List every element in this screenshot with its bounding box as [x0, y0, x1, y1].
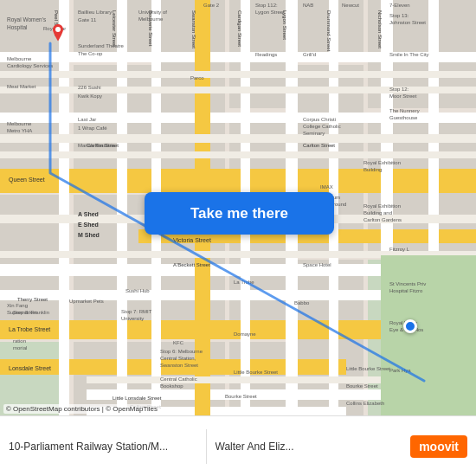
svg-text:Stop 6: Melbourne: Stop 6: Melbourne: [160, 349, 203, 354]
svg-text:Upmarket Pets: Upmarket Pets: [69, 299, 104, 304]
svg-rect-56: [0, 71, 476, 78]
svg-text:Lonsdale Street: Lonsdale Street: [9, 365, 51, 371]
svg-text:Little Lonsdale Street: Little Lonsdale Street: [113, 396, 162, 401]
svg-text:Sushi Hub: Sushi Hub: [125, 288, 150, 293]
svg-rect-47: [59, 0, 69, 415]
destination-marker: [50, 24, 66, 43]
svg-text:Melbourne: Melbourne: [138, 16, 164, 22]
svg-text:Stop 12:: Stop 12:: [389, 87, 409, 92]
svg-text:Gate 11: Gate 11: [78, 17, 97, 23]
svg-text:226 Sushi: 226 Sushi: [78, 85, 101, 90]
svg-text:Cardigan Street: Cardigan Street: [237, 10, 242, 47]
svg-point-163: [55, 27, 61, 32]
svg-text:Victoria Street: Victoria Street: [173, 237, 211, 243]
svg-rect-6: [156, 0, 225, 52]
svg-text:The Nunnery: The Nunnery: [389, 108, 420, 113]
svg-text:Smile In The City: Smile In The City: [389, 52, 429, 57]
svg-text:St Vincents Priv: St Vincents Priv: [389, 281, 426, 286]
svg-text:Nicholson Street: Nicholson Street: [377, 10, 383, 48]
svg-text:Bourke Street: Bourke Street: [346, 383, 378, 389]
svg-text:Central Catholic: Central Catholic: [160, 376, 197, 382]
current-location-marker: [403, 319, 417, 333]
svg-text:Sunderland Theatre: Sunderland Theatre: [78, 43, 125, 48]
svg-text:Cardiology Services: Cardiology Services: [7, 63, 53, 68]
svg-text:E Shed: E Shed: [78, 222, 99, 228]
svg-text:Grill'd: Grill'd: [303, 52, 316, 57]
left-station-info: 10-Parliament Railway Station/M...: [9, 441, 197, 453]
svg-text:College Catholic: College Catholic: [303, 124, 341, 129]
svg-rect-48: [117, 0, 127, 415]
svg-text:Fitzroy L: Fitzroy L: [389, 247, 410, 252]
svg-text:Last Jar: Last Jar: [78, 117, 96, 122]
right-station-info: Walter And Eliz...: [215, 441, 404, 453]
svg-text:Swanston Street: Swanston Street: [191, 10, 196, 48]
svg-text:Meat Market: Meat Market: [7, 84, 36, 89]
svg-text:Corpus Christi: Corpus Christi: [303, 117, 336, 122]
svg-text:7-Eleven: 7-Eleven: [389, 3, 410, 8]
attribution-text: © OpenStreetMap contributors | © OpenMap…: [6, 405, 158, 413]
svg-text:Supermarket: Supermarket: [7, 310, 37, 315]
svg-text:A'Beckett Street: A'Beckett Street: [173, 262, 210, 267]
svg-text:A Shed: A Shed: [78, 211, 99, 217]
svg-text:Domayne: Domayne: [234, 331, 256, 337]
svg-text:Central Station,: Central Station,: [160, 356, 196, 361]
svg-text:Guesthouse: Guesthouse: [389, 115, 418, 120]
svg-text:Parco: Parco: [190, 75, 204, 80]
svg-text:Lygon Street: Lygon Street: [282, 10, 287, 40]
svg-text:Building: Building: [363, 167, 382, 172]
svg-text:Leicester Street: Leicester Street: [112, 10, 117, 47]
svg-rect-37: [0, 169, 476, 193]
svg-text:Kwik Kopy: Kwik Kopy: [78, 93, 102, 99]
map-container: Queen Street Victoria Street La Trobe St…: [0, 0, 476, 415]
svg-text:Johnston Street: Johnston Street: [389, 20, 426, 25]
svg-text:Lygon Street: Lygon Street: [255, 10, 285, 15]
svg-text:Carlton Gardens: Carlton Gardens: [363, 217, 402, 222]
svg-text:Newcut: Newcut: [342, 3, 359, 8]
svg-text:Drummond Street: Drummond Street: [326, 10, 331, 52]
svg-text:Building and: Building and: [363, 210, 392, 215]
bottom-bar: 10-Parliament Railway Station/M... Walte…: [0, 415, 476, 476]
moovit-logo: moovit: [410, 435, 467, 458]
svg-text:Bookshop: Bookshop: [160, 383, 183, 389]
svg-text:NAB: NAB: [303, 3, 313, 8]
svg-text:Maria's Trattoria: Maria's Trattoria: [78, 143, 115, 148]
svg-text:Stop 13:: Stop 13:: [389, 13, 409, 18]
svg-text:Little Bourke Street: Little Bourke Street: [234, 370, 278, 375]
svg-rect-59: [0, 151, 476, 158]
svg-text:IMAX: IMAX: [320, 184, 333, 190]
svg-text:Readings: Readings: [255, 52, 277, 57]
svg-text:M Shed: M Shed: [78, 232, 100, 238]
moovit-logo-text: moovit: [419, 440, 459, 453]
svg-text:Little Bourke Street: Little Bourke Street: [346, 366, 390, 371]
svg-text:Therry Street: Therry Street: [17, 297, 48, 302]
map-attribution: © OpenStreetMap contributors | © OpenMap…: [3, 404, 160, 414]
take-me-there-label: Take me there: [190, 205, 288, 222]
svg-rect-63: [381, 255, 476, 415]
left-station-name: 10-Parliament Railway Station/M...: [9, 441, 197, 453]
svg-text:Bourke Street: Bourke Street: [225, 394, 257, 399]
svg-text:Babbo: Babbo: [294, 300, 310, 306]
svg-text:Stop 112:: Stop 112:: [255, 3, 278, 8]
svg-text:Melbourne: Melbourne: [7, 56, 32, 61]
svg-text:1 Wrap Café: 1 Wrap Café: [78, 125, 107, 131]
svg-text:Metro YHA: Metro YHA: [7, 128, 32, 133]
right-station-name: Walter And Eliz...: [215, 441, 404, 453]
divider: [206, 429, 207, 464]
take-me-there-button[interactable]: Take me there: [145, 192, 334, 235]
svg-text:Hospital: Hospital: [7, 24, 28, 31]
svg-text:The Co-op: The Co-op: [78, 51, 103, 56]
svg-text:Baillieu Library: Baillieu Library: [78, 10, 112, 15]
svg-text:Stop 7: RMIT: Stop 7: RMIT: [121, 309, 152, 314]
svg-text:Queen Street: Queen Street: [9, 177, 45, 183]
svg-text:Melbourne: Melbourne: [7, 121, 32, 126]
svg-text:La Trobe Street: La Trobe Street: [9, 326, 50, 332]
svg-text:Seminary: Seminary: [303, 131, 325, 136]
svg-text:Royal Exhibition: Royal Exhibition: [363, 160, 401, 165]
svg-text:Royal Women's: Royal Women's: [7, 16, 47, 23]
svg-text:Swanston Street: Swanston Street: [160, 363, 198, 368]
svg-text:Space Hotel: Space Hotel: [303, 262, 331, 267]
svg-text:Carlton Street: Carlton Street: [303, 143, 335, 148]
svg-text:ration: ration: [13, 338, 26, 344]
svg-rect-12: [229, 56, 290, 108]
svg-text:University: University: [121, 316, 144, 321]
